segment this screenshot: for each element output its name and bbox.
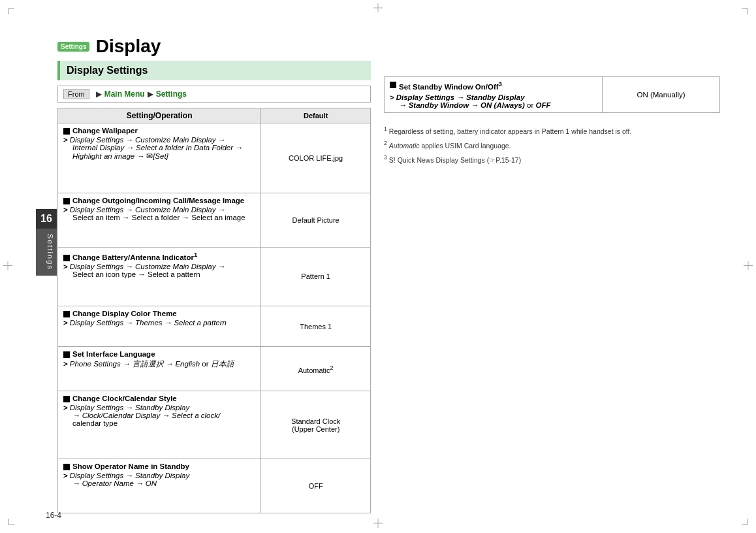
black-square-icon-7: [63, 464, 70, 470]
footnote-3: 3 S! Quick News Display Settings (☞P.15-…: [384, 153, 720, 165]
right-item-title-row: Set Standby Window On/Off3: [390, 80, 597, 91]
breadcrumb-arrow-1: ▶: [96, 89, 102, 99]
item-path-1: >Display Settings → Customize Main Displ…: [63, 136, 255, 144]
item-path-6c: calendar type: [72, 419, 255, 427]
black-square-icon-4: [63, 311, 70, 317]
item-title-5: Set Interface Language: [63, 350, 255, 358]
side-tab-number: 16: [36, 209, 57, 229]
table-row: Change Outgoing/Incoming Call/Message Im…: [58, 193, 371, 247]
center-mark-bottom: [373, 519, 383, 530]
right-table: Set Standby Window On/Off3 >Display Sett…: [384, 76, 720, 113]
black-square-icon-5: [63, 351, 70, 358]
breadcrumb: From ▶ Main Menu ▶ Settings: [57, 86, 371, 103]
center-mark-left: [3, 261, 12, 272]
black-square-icon-6: [63, 396, 70, 402]
right-item-title: Set Standby Window On/Off3: [399, 80, 502, 91]
table-cell-operation-7: Show Operator Name in Standby >Display S…: [58, 459, 261, 513]
table-header-default: Default: [261, 108, 371, 123]
black-square-icon-3: [63, 255, 70, 261]
right-item-path-a: >Display Settings → Standby Display: [390, 93, 597, 101]
item-path-6a: >Display Settings → Standby Display: [63, 404, 255, 412]
corner-mark-tr: [731, 7, 749, 25]
item-path-2: >Display Settings → Customize Main Displ…: [63, 206, 255, 214]
table-cell-default-4: Themes 1: [261, 306, 371, 347]
breadcrumb-settings: Settings: [156, 89, 187, 99]
item-title-1: Change Wallpaper: [63, 127, 255, 135]
center-mark-top: [373, 3, 383, 14]
table-cell-default-3: Pattern 1: [261, 248, 371, 306]
table-cell-default-2: Default Picture: [261, 193, 371, 247]
right-black-square-icon: [390, 82, 396, 88]
table-cell-default-1: COLOR LIFE.jpg: [261, 123, 371, 193]
footnote-ref-2: 2: [330, 364, 334, 371]
item-step-1: Highlight an image → ✉[Set]: [72, 152, 255, 161]
side-tab: 16 Settings: [36, 209, 57, 276]
footnote-sup-1: 1: [384, 125, 387, 132]
settings-table: Setting/Operation Default Change Wallpap…: [57, 108, 371, 513]
corner-mark-bl: [7, 508, 25, 526]
item-title-7: Show Operator Name in Standby: [63, 462, 255, 470]
footnote-sup-2: 2: [384, 140, 387, 146]
item-path-4: >Display Settings → Themes → Select a pa…: [63, 319, 255, 327]
page-number: 16-4: [46, 511, 61, 520]
footnote-2: 2 Automatic applies USIM Card language.: [384, 139, 720, 151]
black-square-icon-1: [63, 128, 70, 135]
center-mark-right: [744, 261, 753, 272]
table-cell-operation-4: Change Display Color Theme >Display Sett…: [58, 306, 261, 347]
footnote-ref-1: 1: [194, 251, 197, 258]
item-path-7b: → Operator Name → ON: [72, 479, 255, 487]
right-item-path-b: → Standby Window → ON (Always) or OFF: [399, 101, 597, 109]
breadcrumb-arrow-2: ▶: [148, 89, 153, 99]
table-row: Change Display Color Theme >Display Sett…: [58, 306, 371, 347]
right-table-cell-desc: Set Standby Window On/Off3 >Display Sett…: [385, 77, 603, 113]
table-cell-operation-6: Change Clock/Calendar Style >Display Set…: [58, 391, 261, 459]
page-title: Display: [96, 36, 161, 56]
right-table-row: Set Standby Window On/Off3 >Display Sett…: [385, 77, 720, 113]
table-cell-default-7: OFF: [261, 459, 371, 513]
breadcrumb-from: From: [63, 89, 89, 99]
table-row: Change Clock/Calendar Style >Display Set…: [58, 391, 371, 459]
item-title-3: Change Battery/Antenna Indicator1: [63, 251, 255, 261]
title-row: Settings Display: [57, 36, 371, 57]
footnote-sup-3: 3: [384, 154, 387, 161]
table-row: Set Interface Language >Phone Settings →…: [58, 347, 371, 391]
item-path-7a: >Display Settings → Standby Display: [63, 472, 255, 479]
item-title-2: Change Outgoing/Incoming Call/Message Im…: [63, 197, 255, 204]
table-row: Change Battery/Antenna Indicator1 >Displ…: [58, 248, 371, 306]
item-step-2: Select an item → Select a folder → Selec…: [72, 214, 255, 221]
table-header-operation: Setting/Operation: [58, 108, 261, 123]
item-title-6: Change Clock/Calendar Style: [63, 395, 255, 402]
corner-mark-br: [731, 508, 749, 526]
footnote-ref-3: 3: [499, 80, 502, 88]
corner-mark-tl: [7, 7, 25, 25]
table-cell-operation-5: Set Interface Language >Phone Settings →…: [58, 347, 261, 391]
table-cell-operation-3: Change Battery/Antenna Indicator1 >Displ…: [58, 248, 261, 306]
section-header: Display Settings: [57, 61, 371, 80]
side-tab-label: Settings: [36, 229, 57, 276]
item-path-1b: Internal Display → Select a folder in Da…: [72, 144, 255, 152]
item-path-3: >Display Settings → Customize Main Displ…: [63, 263, 255, 270]
breadcrumb-main-menu: Main Menu: [104, 89, 145, 99]
footnotes: 1 Regardless of setting, battery indicat…: [384, 125, 720, 169]
black-square-icon-2: [63, 198, 70, 204]
item-path-6b: → Clock/Calendar Display → Select a cloc…: [72, 412, 255, 419]
table-cell-operation-1: Change Wallpaper >Display Settings → Cus…: [58, 123, 261, 193]
footnote-1: 1 Regardless of setting, battery indicat…: [384, 125, 720, 137]
table-row: Change Wallpaper >Display Settings → Cus…: [58, 123, 371, 193]
table-cell-default-5: Automatic2: [261, 347, 371, 391]
settings-badge: Settings: [57, 42, 89, 52]
item-path-5: >Phone Settings → 言語選択 → English or 日本語: [63, 359, 255, 369]
item-title-4: Change Display Color Theme: [63, 310, 255, 317]
right-table-cell-value: ON (Manually): [603, 77, 720, 113]
item-step-3: Select an icon type → Select a pattern: [72, 270, 255, 278]
table-cell-operation-2: Change Outgoing/Incoming Call/Message Im…: [58, 193, 261, 247]
table-row: Show Operator Name in Standby >Display S…: [58, 459, 371, 513]
table-cell-default-6: Standard Clock(Upper Center): [261, 391, 371, 459]
